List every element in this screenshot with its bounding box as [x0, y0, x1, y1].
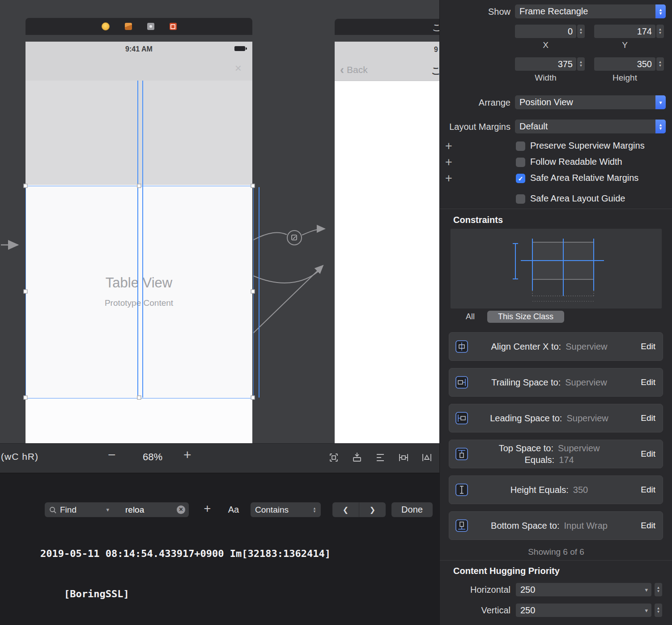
size-class-tab-all[interactable]: All: [453, 311, 487, 323]
constraint-row[interactable]: Leading Space to:Superview Edit: [449, 404, 663, 432]
resize-handle[interactable]: [251, 396, 255, 400]
back-button[interactable]: ‹Back: [340, 63, 368, 77]
edit-button[interactable]: Edit: [641, 342, 655, 351]
find-previous-button[interactable]: ❮: [332, 502, 359, 517]
constraint-value: Input Wrap: [564, 520, 607, 531]
add-variation-button[interactable]: +: [445, 155, 452, 169]
layout-margins-dropdown[interactable]: Default ▲▼: [515, 120, 666, 133]
resolve-autolayout-icon[interactable]: [421, 451, 433, 464]
vertical-priority-combo[interactable]: 250 ▾: [516, 604, 651, 617]
find-scope-dropdown[interactable]: Find ▾: [45, 505, 112, 515]
checkbox-label: Follow Readable Width: [530, 157, 622, 167]
edit-button[interactable]: Edit: [641, 449, 655, 459]
find-next-button[interactable]: ❯: [359, 502, 386, 517]
resize-handle[interactable]: [251, 290, 255, 294]
arrange-dropdown[interactable]: Position View ▾: [515, 95, 666, 109]
update-frames-icon[interactable]: [327, 451, 340, 464]
dropdown-caret-icon[interactable]: ▾: [655, 95, 666, 109]
layout-margins-value: Default: [519, 121, 548, 132]
checkbox-label: Safe Area Relative Margins: [530, 173, 638, 183]
stepper-icon[interactable]: ▲▼: [655, 4, 666, 18]
vc1-titlebar[interactable]: [26, 18, 252, 35]
chevron-down-icon: ▾: [106, 506, 109, 513]
zoom-in-button[interactable]: +: [183, 447, 191, 462]
stepper-icon[interactable]: ▲▼: [655, 120, 666, 133]
safe-area-relative-margins-checkbox[interactable]: ✓: [516, 174, 525, 183]
align-icon[interactable]: [374, 451, 387, 464]
constraint-label: Height Equals:: [510, 484, 569, 496]
battery-icon: [234, 46, 245, 51]
edit-button[interactable]: Edit: [641, 521, 655, 531]
constraint-row[interactable]: Bottom Space to:Input Wrap Edit: [449, 511, 663, 540]
constraint-label: Leading Space to:: [490, 412, 562, 424]
view-controller-1-view[interactable]: 9:41 AM × Table View Prototype Content: [26, 42, 252, 443]
preserve-superview-margins-checkbox[interactable]: [516, 141, 525, 151]
first-responder-icon[interactable]: [147, 23, 154, 30]
add-constraints-icon[interactable]: [397, 451, 410, 464]
x-field[interactable]: 0: [515, 25, 576, 38]
constraint-row[interactable]: Trailing Space to:Superview Edit: [449, 368, 663, 397]
search-input[interactable]: [124, 505, 175, 515]
add-filter-button[interactable]: +: [200, 502, 215, 517]
size-class-tab-this[interactable]: This Size Class: [487, 311, 564, 323]
table-view[interactable]: Table View Prototype Content: [26, 185, 252, 398]
edit-button[interactable]: Edit: [641, 413, 655, 423]
height-stepper[interactable]: ▲▼: [656, 57, 664, 71]
resize-handle[interactable]: [137, 184, 141, 188]
add-variation-button[interactable]: +: [445, 171, 452, 185]
height-field[interactable]: 350: [594, 57, 655, 71]
follow-readable-width-checkbox[interactable]: [516, 158, 525, 167]
vertical-label: Vertical: [443, 605, 510, 616]
edit-button[interactable]: Edit: [641, 377, 655, 387]
debug-console[interactable]: Find ▾ ✕ + Aa Contains ▲▼ ❮ ❯ Done 2019-…: [0, 473, 439, 625]
storyboard-canvas[interactable]: 9:41 AM × Table View Prototype Content こ…: [0, 0, 439, 443]
match-mode-label: Contains: [255, 505, 289, 515]
divider: [440, 560, 672, 561]
view-controller-2-view[interactable]: 9 ‹Back こん: [335, 42, 439, 443]
constraints-diagram[interactable]: [450, 228, 662, 309]
constraint-row[interactable]: Align Center X to:Superview Edit: [449, 332, 663, 361]
y-field[interactable]: 174: [594, 25, 655, 38]
view-controller-icon[interactable]: [102, 22, 110, 30]
constraint-row[interactable]: Height Equals:350 Edit: [449, 475, 663, 504]
constraint-label: Trailing Space to:: [491, 377, 561, 388]
vertical-priority-stepper[interactable]: ▲▼: [655, 604, 662, 617]
close-icon: ×: [235, 61, 242, 75]
storyboard-entry-icon[interactable]: [125, 23, 132, 30]
resize-handle[interactable]: [24, 396, 28, 400]
clear-search-button[interactable]: ✕: [177, 505, 185, 514]
constraint-label: Align Center X to:: [491, 341, 561, 352]
x-label: X: [515, 40, 576, 50]
match-case-toggle[interactable]: Aa: [224, 502, 243, 517]
resize-handle[interactable]: [24, 184, 28, 188]
match-mode-dropdown[interactable]: Contains ▲▼: [251, 502, 321, 517]
resize-handle[interactable]: [251, 184, 255, 188]
constraint-label: Top Space to:: [499, 442, 553, 454]
trailing-space-icon: [455, 376, 468, 389]
resize-handle[interactable]: [137, 396, 141, 400]
zoom-out-button[interactable]: −: [108, 447, 116, 462]
size-class-config[interactable]: (wC hR): [1, 451, 38, 462]
x-stepper[interactable]: ▲▼: [577, 25, 585, 38]
embed-in-icon[interactable]: [351, 451, 363, 464]
y-stepper[interactable]: ▲▼: [656, 25, 664, 38]
horizontal-priority-combo[interactable]: 250 ▾: [516, 583, 651, 596]
horizontal-priority-stepper[interactable]: ▲▼: [655, 583, 662, 596]
add-variation-button[interactable]: +: [445, 139, 452, 153]
done-button[interactable]: Done: [391, 502, 433, 517]
find-bar[interactable]: Find ▾ ✕: [45, 502, 189, 517]
vc2-titlebar[interactable]: こん: [335, 19, 439, 35]
width-stepper[interactable]: ▲▼: [577, 57, 585, 71]
exit-icon[interactable]: [170, 23, 177, 30]
zoom-level[interactable]: 68%: [132, 451, 173, 463]
horizontal-label: Horizontal: [443, 585, 510, 595]
resize-handle[interactable]: [24, 290, 28, 294]
table-view-label: Table View: [106, 275, 172, 291]
edit-button[interactable]: Edit: [641, 485, 655, 495]
show-dropdown[interactable]: Frame Rectangle ▲▼: [515, 4, 666, 18]
constraint-row[interactable]: Top Space to:Superview Equals:174 Edit: [449, 440, 663, 468]
back-chevron-icon: ‹: [340, 63, 344, 77]
safe-area-layout-guide-checkbox[interactable]: [516, 194, 525, 204]
width-field[interactable]: 375: [515, 57, 576, 71]
leading-space-icon: [455, 411, 468, 425]
